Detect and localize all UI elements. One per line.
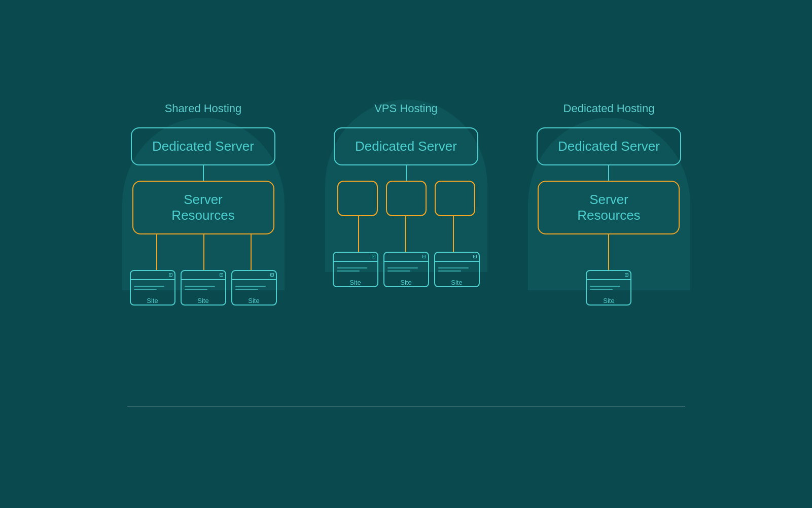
shared-line-2 xyxy=(203,234,204,270)
shared-line-3 xyxy=(251,234,252,270)
vps-site-3-label: Site xyxy=(435,278,479,286)
shared-server-connector xyxy=(203,165,204,181)
vps-hosting-title: VPS Hosting xyxy=(374,102,438,115)
vps-site-1: × Site xyxy=(333,252,378,287)
vps-resources-row xyxy=(337,181,475,216)
dedicated-lines-container xyxy=(538,234,680,270)
vps-site-1-label: Site xyxy=(334,278,377,286)
vps-resource-2 xyxy=(386,181,427,216)
vps-resource-3 xyxy=(435,181,475,216)
vps-site-2: × Site xyxy=(383,252,429,287)
column-dedicated: Dedicated Hosting Dedicated Server Serve… xyxy=(523,102,695,306)
shared-site-1-label: Site xyxy=(131,296,174,304)
vps-resource-1 xyxy=(337,181,378,216)
dedicated-site-1: × Site xyxy=(586,270,631,306)
dedicated-line-1 xyxy=(608,234,609,270)
dedicated-site-1-label: Site xyxy=(587,296,630,304)
shared-sites-row: × Site × xyxy=(130,270,277,306)
dedicated-server-group: Dedicated Server Server Resources × xyxy=(537,127,681,306)
vps-site-3: × Site xyxy=(434,252,480,287)
shared-site-1: × Site xyxy=(130,270,175,306)
vps-site-2-label: Site xyxy=(384,278,428,286)
shared-server-box: Dedicated Server xyxy=(131,127,275,165)
column-shared: Shared Hosting Dedicated Server Server R… xyxy=(117,102,290,306)
shared-lines-container xyxy=(132,234,274,270)
vps-lines-container xyxy=(335,216,477,252)
shared-server-group: Dedicated Server Server Resources xyxy=(130,127,277,306)
shared-site-3: × Site xyxy=(231,270,277,306)
vps-sites-row: × Site × xyxy=(333,252,480,287)
vps-line-2 xyxy=(405,216,406,252)
shared-hosting-title: Shared Hosting xyxy=(165,102,242,115)
column-vps: VPS Hosting Dedicated Server xyxy=(320,102,492,287)
shared-site-2: × Site xyxy=(181,270,226,306)
vps-line-1 xyxy=(358,216,359,252)
shared-line-1 xyxy=(156,234,157,270)
dedicated-server-connector xyxy=(608,165,609,181)
dedicated-server-box: Dedicated Server xyxy=(537,127,681,165)
vps-line-3 xyxy=(453,216,454,252)
shared-resources-box: Server Resources xyxy=(132,181,274,234)
dedicated-sites-row: × Site xyxy=(586,270,631,306)
columns-row: Shared Hosting Dedicated Server Server R… xyxy=(117,102,695,306)
divider-line xyxy=(127,406,685,407)
dedicated-hosting-title: Dedicated Hosting xyxy=(563,102,655,115)
shared-site-3-label: Site xyxy=(232,296,276,304)
dedicated-resources-box: Server Resources xyxy=(538,181,680,234)
vps-server-group: Dedicated Server xyxy=(333,127,480,287)
vps-server-box: Dedicated Server xyxy=(334,127,478,165)
vps-server-connector xyxy=(406,165,407,181)
shared-site-2-label: Site xyxy=(182,296,225,304)
diagram-wrapper: Shared Hosting Dedicated Server Server R… xyxy=(102,102,711,407)
